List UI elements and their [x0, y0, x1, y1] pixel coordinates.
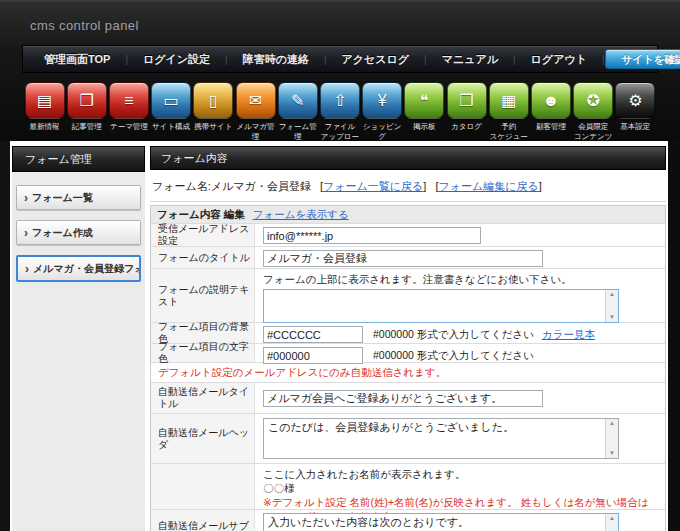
textarea-scrollbar[interactable] — [605, 419, 618, 458]
form-table: フォーム内容 編集 フォームを表示する 受信メールアドレス設定 フォームのタイト… — [150, 205, 666, 531]
name-preview-line1: ここに入力されたお名前が表示されます。 — [263, 467, 659, 481]
mail-header-textarea[interactable]: このたびは、会員登録ありがとうございました。 — [263, 418, 619, 459]
form-description-label: フォームの説明テキスト — [151, 269, 255, 322]
form-description-textarea[interactable] — [263, 289, 619, 323]
toolbar-item-label: メルマガ管理 — [235, 122, 276, 142]
computer-icon: ▭ — [151, 82, 191, 119]
toolbar-item-label: テーマ管理 — [110, 122, 148, 132]
nav-item-5[interactable]: ログアウト — [516, 52, 602, 67]
toolbar-item-label: 携帯サイト — [194, 122, 232, 132]
mail-header-label: 自動送信メールヘッダ — [151, 414, 255, 463]
table-row: 受信メールアドレス設定 — [151, 223, 665, 246]
sidebar-item-label: メルマガ・会員登録フォーム — [33, 262, 139, 276]
toolbar-item-label: 顧客管理 — [536, 122, 566, 132]
sidebar-item-1[interactable]: フォーム作成 — [16, 220, 141, 245]
sidebar-item-button: メルマガ・会員登録フォーム — [18, 257, 139, 280]
sidebar-item-button: フォーム一覧 — [17, 186, 140, 209]
mobile-phone-icon: ▯ — [193, 82, 233, 119]
auto-send-notice: デフォルト設定のメールアドレスにのみ自動送信されます。 — [151, 362, 665, 382]
show-form-link[interactable]: フォームを表示する — [253, 208, 349, 222]
nav-item-4[interactable]: マニュアル — [427, 52, 513, 67]
mail-subheader-textarea[interactable]: 入力いただいた内容は次のとおりです。 — [263, 513, 619, 531]
table-row: フォーム項目の文字色 #000000 形式で入力してください — [151, 343, 665, 362]
content-area: フォーム管理 フォーム一覧フォーム作成メルマガ・会員登録フォーム フォーム内容 … — [0, 141, 680, 531]
table-row: 自動送信メールヘッダ このたびは、会員登録ありがとうございました。 — [151, 413, 665, 463]
text-color-input[interactable] — [263, 347, 363, 364]
back-to-form-edit-link[interactable]: フォーム編集に戻る — [438, 180, 538, 192]
textarea-scrollbar[interactable] — [605, 290, 618, 322]
customers-icon: ☻ — [531, 82, 571, 119]
form-name-row: フォーム名:メルマガ・会員登録 フォーム一覧に戻る フォーム編集に戻る — [150, 170, 666, 202]
gear-icon: ⚙ — [615, 82, 655, 119]
scroll-up-icon[interactable] — [609, 515, 615, 522]
color-sample-link[interactable]: カラー見本 — [542, 328, 595, 342]
main-panel: フォーム内容 フォーム名:メルマガ・会員登録 フォーム一覧に戻る フォーム編集に… — [150, 146, 666, 531]
documents-icon: ❐ — [67, 82, 107, 119]
panel-title: フォーム内容 — [150, 146, 666, 170]
sidebar-item-label: フォーム一覧 — [32, 191, 93, 205]
table-row: フォーム項目の背景色 #000000 形式で入力してください カラー見本 — [151, 322, 665, 343]
sidebar-item-2[interactable]: メルマガ・会員登録フォーム — [16, 255, 141, 282]
toolbar-item-label: ショッピング — [362, 122, 403, 142]
mail-header-text: このたびは、会員登録ありがとうございました。 — [264, 419, 618, 435]
toolbar-item-label: サイト構成 — [152, 122, 190, 132]
back-to-edit-wrap: フォーム編集に戻る — [435, 180, 541, 192]
nav-item-2[interactable]: 障害時の連絡 — [228, 52, 324, 67]
text-color-note: #000000 形式で入力してください — [373, 349, 534, 363]
table-row: ここに入力されたお名前が表示されます。 〇〇様 ※デフォルト設定 名前(姓)+名… — [151, 463, 665, 509]
empty-label — [151, 464, 255, 509]
form-name-label: フォーム名: — [152, 180, 211, 192]
auto-mail-title-input[interactable] — [263, 390, 543, 407]
bg-color-input[interactable] — [263, 326, 363, 343]
text-color-label: フォーム項目の文字色 — [151, 344, 255, 362]
file-upload-icon: ⇧ — [320, 82, 360, 119]
mail-address-input[interactable] — [263, 227, 481, 244]
confirm-site-button[interactable]: サイトを確認する — [605, 49, 680, 69]
form-title-label: フォームのタイトル — [151, 247, 255, 268]
sidebar-item-label: フォーム作成 — [32, 226, 93, 240]
sidebar: フォーム管理 フォーム一覧フォーム作成メルマガ・会員登録フォーム — [12, 146, 145, 531]
toolbar-item-label: 会員限定 コンテンツ — [574, 122, 612, 142]
chevron-right-icon — [24, 191, 28, 205]
textarea-scrollbar[interactable] — [605, 514, 618, 531]
mail-subheader-label: 自動送信メールサブヘッダ — [151, 510, 255, 531]
nav-item-1[interactable]: ログイン設定 — [128, 52, 225, 67]
app-window: cms control panel 管理画面TOPログイン設定障害時の連絡アクセ… — [0, 0, 680, 531]
shopping-cart-icon: ¥ — [362, 82, 402, 119]
toolbar-item-label: 最新情報 — [30, 122, 60, 132]
sidebar-item-button: フォーム作成 — [17, 221, 140, 244]
right-edge — [668, 141, 680, 531]
toolbar-item-label: フォーム管理 — [277, 122, 318, 142]
scroll-down-icon[interactable] — [609, 450, 615, 457]
chevron-right-icon — [24, 226, 28, 240]
newspaper-icon: ▤ — [25, 82, 65, 119]
calendar-icon: ▦ — [489, 82, 529, 119]
mail-icon: ✉ — [236, 82, 276, 119]
members-lock-icon: ✪ — [573, 82, 613, 119]
sidebar-item-0[interactable]: フォーム一覧 — [16, 185, 141, 210]
mail-address-label: 受信メールアドレス設定 — [151, 224, 255, 246]
pencil-icon: ✎ — [278, 82, 318, 119]
bg-color-note: #000000 形式で入力してください — [373, 328, 534, 342]
scroll-up-icon[interactable] — [609, 291, 615, 298]
toolbar-item-label: 基本設定 — [620, 122, 650, 132]
bg-color-label: フォーム項目の背景色 — [151, 323, 255, 343]
main-nav: 管理画面TOPログイン設定障害時の連絡アクセスログマニュアルログアウト — [29, 52, 605, 67]
back-to-list-wrap: フォーム一覧に戻る — [320, 180, 426, 192]
scroll-down-icon[interactable] — [609, 314, 615, 321]
form-name-value: メルマガ・会員登録 — [211, 180, 311, 192]
sidebar-title: フォーム管理 — [12, 146, 145, 172]
table-header-title: フォーム内容 編集 — [157, 208, 245, 222]
sidebar-items: フォーム一覧フォーム作成メルマガ・会員登録フォーム — [12, 172, 145, 282]
nav-item-3[interactable]: アクセスログ — [327, 52, 425, 67]
back-to-form-list-link[interactable]: フォーム一覧に戻る — [323, 180, 423, 192]
name-preview-line2: 〇〇様 — [263, 481, 659, 495]
list-icon: ≡ — [109, 82, 149, 119]
scroll-up-icon[interactable] — [609, 420, 615, 427]
form-title-input[interactable] — [263, 250, 543, 267]
catalog-icon: ❒ — [447, 82, 487, 119]
mail-title-label: 自動送信メールタイトル — [151, 383, 255, 413]
nav-item-0[interactable]: 管理画面TOP — [29, 52, 125, 67]
speech-bubbles-icon: ❝ — [404, 82, 444, 119]
toolbar-item-label: カタログ — [451, 122, 482, 132]
